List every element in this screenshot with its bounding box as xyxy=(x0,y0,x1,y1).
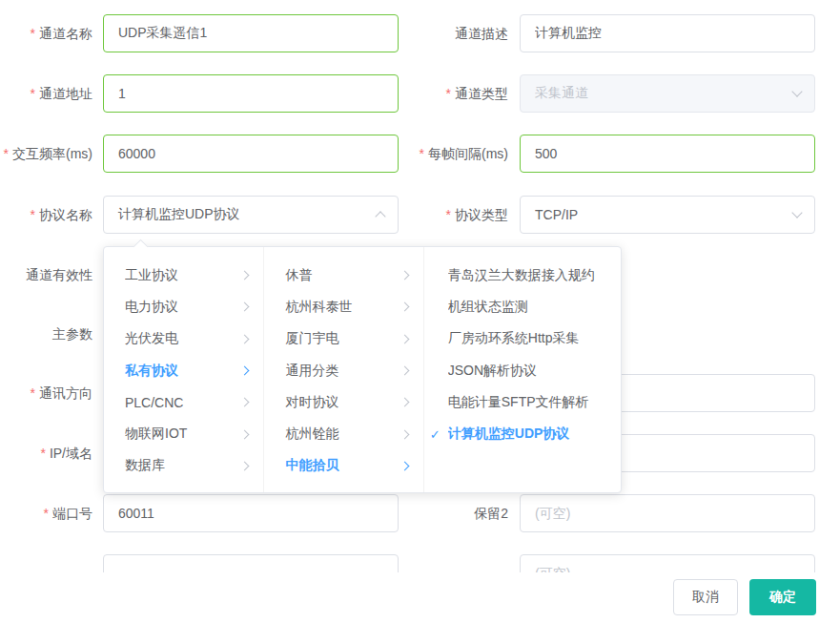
channel-address-label: 通道地址 xyxy=(0,74,92,113)
port-label: 端口号 xyxy=(0,494,92,532)
cascader-menu-level1: 工业协议 电力协议 光伏发电 私有协议 xyxy=(104,247,264,492)
chevron-right-icon xyxy=(400,398,409,407)
chevron-right-icon xyxy=(400,366,409,376)
cascader-option-label: 电力协议 xyxy=(125,299,234,316)
channel-type-value: 采集通道 xyxy=(535,85,588,102)
protocol-name-label: 协议名称 xyxy=(0,196,92,234)
protocol-name-select[interactable]: 计算机监控UDP协议 xyxy=(103,196,399,234)
cascader-menu-level2: 休普 杭州科泰世 厦门宇电 通用分类 xyxy=(264,247,423,492)
cascader-option-label: 对时协议 xyxy=(285,394,393,411)
cascader-menu-level3: ✓ 青岛汉兰大数据接入规约 ✓ 机组状态监测 ✓ 厂房动环系统Http采集 ✓ … xyxy=(424,247,621,492)
cascader-option-label: 私有协议 xyxy=(125,363,234,380)
cascader-option[interactable]: 杭州科泰世 xyxy=(264,291,422,322)
dialog-footer: 取消 确定 xyxy=(0,572,840,623)
cascader-option[interactable]: 工业协议 xyxy=(104,260,263,291)
frame-interval-input[interactable] xyxy=(520,135,815,173)
cascader-option[interactable]: 对时协议 xyxy=(264,386,422,418)
cascader-option[interactable]: 杭州铨能 xyxy=(264,418,422,449)
chevron-down-icon xyxy=(791,86,802,96)
cascader-option[interactable]: ✓ 计算机监控UDP协议 xyxy=(424,418,621,449)
channel-edit-dialog: 通道名称 通道描述 通道地址 通道类型 采集通道 交互频率(ms) 每帧间隔(m… xyxy=(0,0,840,623)
chevron-right-icon xyxy=(240,461,250,470)
cascader-option-label: 杭州铨能 xyxy=(285,426,393,443)
cascader-option-label: JSON解析协议 xyxy=(448,363,605,380)
reserve2-label: 保留2 xyxy=(417,494,508,532)
protocol-type-select[interactable]: TCP/IP xyxy=(520,196,815,234)
cascader-option-label: 通用分类 xyxy=(285,363,393,380)
cascader-option[interactable]: 厦门宇电 xyxy=(264,323,422,355)
chevron-right-icon xyxy=(240,271,250,280)
port-input[interactable] xyxy=(103,494,399,532)
channel-address-input[interactable] xyxy=(103,74,399,113)
chevron-right-icon xyxy=(240,302,250,312)
chevron-right-icon xyxy=(400,429,409,439)
confirm-button[interactable]: 确定 xyxy=(749,579,816,615)
cascader-option-label: PLC/CNC xyxy=(125,395,234,410)
main-param-label: 主参数 xyxy=(0,315,92,353)
cascader-option[interactable]: 中能拾贝 xyxy=(264,450,422,482)
cascader-option[interactable]: 数据库 xyxy=(104,450,263,482)
chevron-right-icon xyxy=(400,334,409,343)
protocol-cascader-dropdown: 工业协议 电力协议 光伏发电 私有协议 xyxy=(103,246,622,493)
cascader-option-label: 休普 xyxy=(285,267,393,284)
cascader-option-label: 青岛汉兰大数据接入规约 xyxy=(448,267,605,284)
chevron-right-icon xyxy=(240,398,250,407)
channel-valid-label: 通道有效性 xyxy=(0,256,92,294)
cascader-option[interactable]: ✓ 机组状态监测 xyxy=(424,291,621,322)
interact-freq-input[interactable] xyxy=(103,135,399,173)
cascader-option[interactable]: 休普 xyxy=(264,260,422,291)
protocol-name-value: 计算机监控UDP协议 xyxy=(118,206,240,223)
check-icon: ✓ xyxy=(430,427,447,442)
channel-type-label: 通道类型 xyxy=(417,74,508,113)
comm-direction-label: 通讯方向 xyxy=(0,374,92,412)
cascader-option-label: 电能计量SFTP文件解析 xyxy=(448,394,605,411)
protocol-type-label: 协议类型 xyxy=(417,196,508,234)
interact-freq-label: 交互频率(ms) xyxy=(0,135,92,173)
cascader-option[interactable]: 物联网IOT xyxy=(104,418,263,449)
reserve2-input[interactable] xyxy=(520,494,815,532)
cascader-option-label: 光伏发电 xyxy=(125,330,234,347)
channel-type-select: 采集通道 xyxy=(520,74,815,113)
cascader-option[interactable]: 电力协议 xyxy=(104,291,263,322)
chevron-right-icon xyxy=(240,429,250,439)
channel-desc-label: 通道描述 xyxy=(417,14,508,52)
cascader-option[interactable]: ✓ 电能计量SFTP文件解析 xyxy=(424,386,621,418)
cascader-option[interactable]: PLC/CNC xyxy=(104,386,263,418)
chevron-right-icon xyxy=(400,302,409,312)
chevron-right-icon xyxy=(240,334,250,343)
cancel-button[interactable]: 取消 xyxy=(673,579,738,615)
cascader-option[interactable]: 光伏发电 xyxy=(104,323,263,355)
frame-interval-label: 每帧间隔(ms) xyxy=(417,135,508,173)
chevron-up-icon xyxy=(375,211,385,221)
cascader-option[interactable]: 私有协议 xyxy=(104,355,263,386)
cascader-option-label: 计算机监控UDP协议 xyxy=(448,426,605,443)
cascader-option[interactable]: ✓ 厂房动环系统Http采集 xyxy=(424,323,621,355)
cascader-option-label: 物联网IOT xyxy=(125,426,234,443)
cascader-option-label: 机组状态监测 xyxy=(448,299,605,316)
cascader-option-label: 数据库 xyxy=(125,457,234,474)
cascader-option-label: 中能拾贝 xyxy=(285,457,393,474)
chevron-right-icon xyxy=(400,461,409,470)
chevron-down-icon xyxy=(791,207,802,218)
cascader-option-label: 厦门宇电 xyxy=(285,330,393,347)
chevron-right-icon xyxy=(240,366,250,376)
cascader-option[interactable]: ✓ 青岛汉兰大数据接入规约 xyxy=(424,260,621,291)
cascader-option-label: 厂房动环系统Http采集 xyxy=(448,330,605,347)
cascader-option[interactable]: 通用分类 xyxy=(264,355,422,386)
protocol-type-value: TCP/IP xyxy=(535,207,578,222)
cascader-option-label: 工业协议 xyxy=(125,267,234,284)
cascader-option[interactable]: ✓ JSON解析协议 xyxy=(424,355,621,386)
cascader-option-label: 杭州科泰世 xyxy=(285,299,393,316)
channel-name-label: 通道名称 xyxy=(0,14,92,52)
channel-desc-input[interactable] xyxy=(520,14,815,52)
channel-name-input[interactable] xyxy=(103,14,399,52)
chevron-right-icon xyxy=(400,271,409,280)
ip-domain-label: IP/域名 xyxy=(0,434,92,472)
